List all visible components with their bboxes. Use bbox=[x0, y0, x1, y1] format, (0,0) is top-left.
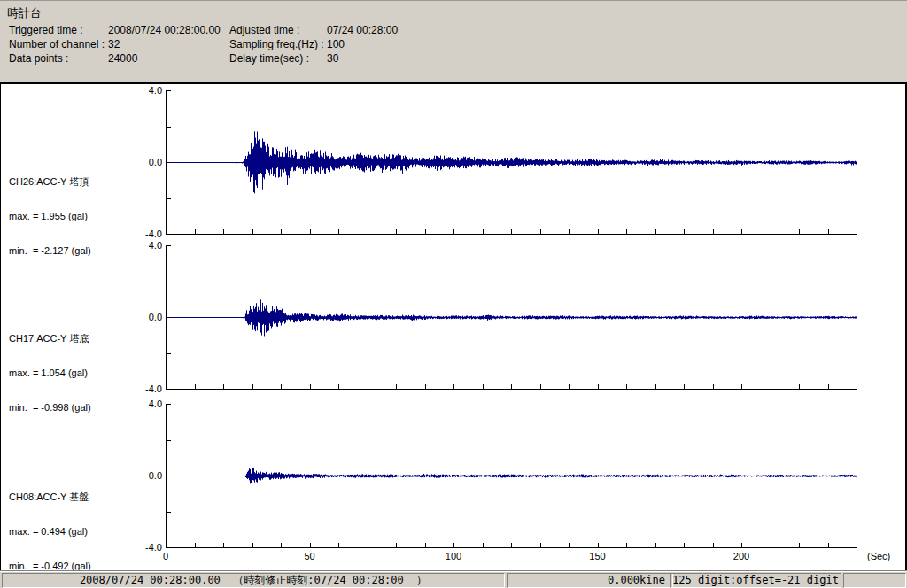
waveform-trace-3 bbox=[167, 404, 857, 548]
x-axis-label: 150 bbox=[580, 551, 616, 561]
app-title: 時計台 bbox=[7, 5, 42, 21]
channel-1-name: CH26:ACC-Y 塔頂 bbox=[9, 176, 164, 188]
delay-time-value: 30 bbox=[327, 52, 338, 65]
channel-2-info: CH17:ACC-Y 塔底 max. = 1.054 (gal) min. = … bbox=[9, 310, 164, 437]
y-axis-label: -4.0 bbox=[130, 228, 162, 239]
channel-2-max: max. = 1.054 (gal) bbox=[9, 368, 164, 379]
triggered-time-value: 2008/07/24 00:28:00.00 bbox=[108, 24, 221, 36]
y-axis-label: 0.0 bbox=[130, 157, 162, 167]
data-points-value: 24000 bbox=[108, 52, 137, 65]
adjusted-time-value: 07/24 00:28:00 bbox=[327, 24, 398, 36]
adjusted-time-label: Adjusted time : bbox=[229, 24, 299, 36]
waveform-plot-area: CH26:ACC-Y 塔頂 max. = 1.955 (gal) min. = … bbox=[0, 82, 907, 570]
x-axis-label: 50 bbox=[292, 551, 328, 561]
x-axis-unit-label: (Sec) bbox=[867, 551, 890, 561]
delay-time-label: Delay time(sec) : bbox=[229, 52, 309, 65]
y-axis-label: 4.0 bbox=[130, 85, 162, 96]
header-panel: 時計台 Triggered time : 2008/07/24 00:28:00… bbox=[0, 0, 907, 82]
data-points-label: Data points : bbox=[9, 52, 68, 65]
status-extra-panel bbox=[843, 573, 906, 588]
status-kine-panel: 0.000kine bbox=[507, 573, 673, 588]
waveform-trace-2 bbox=[167, 245, 857, 390]
x-axis-label: 0 bbox=[148, 551, 183, 561]
status-digit-panel: 125 digit:offset=-21 digit bbox=[670, 573, 841, 588]
channel-1-info: CH26:ACC-Y 塔頂 max. = 1.955 (gal) min. = … bbox=[9, 153, 164, 280]
y-axis-label: 0.0 bbox=[130, 312, 162, 322]
y-axis-label: -4.0 bbox=[130, 383, 162, 394]
y-axis-label: 4.0 bbox=[130, 240, 162, 251]
channel-3-name: CH08:ACC-Y 基盤 bbox=[9, 491, 164, 503]
channel-count-value: 32 bbox=[108, 38, 120, 50]
channel-1-max: max. = 1.955 (gal) bbox=[9, 211, 164, 222]
status-time-panel: 2008/07/24 00:28:00.00 （時刻修正時刻:07/24 00:… bbox=[2, 573, 505, 588]
waveform-trace-1 bbox=[167, 90, 857, 235]
y-axis-label: 4.0 bbox=[130, 398, 162, 409]
triggered-time-label: Triggered time : bbox=[9, 24, 83, 36]
sampling-freq-label: Sampling freq.(Hz) : bbox=[229, 38, 324, 50]
channel-3-max: max. = 0.494 (gal) bbox=[9, 526, 164, 538]
channel-2-name: CH17:ACC-Y 塔底 bbox=[9, 333, 164, 344]
app-window: 時計台 Triggered time : 2008/07/24 00:28:00… bbox=[0, 0, 907, 588]
x-axis-label: 100 bbox=[436, 551, 471, 561]
x-axis-label: 200 bbox=[724, 551, 759, 561]
status-bar: 2008/07/24 00:28:00.00 （時刻修正時刻:07/24 00:… bbox=[0, 570, 907, 588]
sampling-freq-value: 100 bbox=[327, 38, 345, 50]
channel-count-label: Number of channel : bbox=[9, 38, 105, 50]
y-axis-label: 0.0 bbox=[130, 470, 162, 481]
